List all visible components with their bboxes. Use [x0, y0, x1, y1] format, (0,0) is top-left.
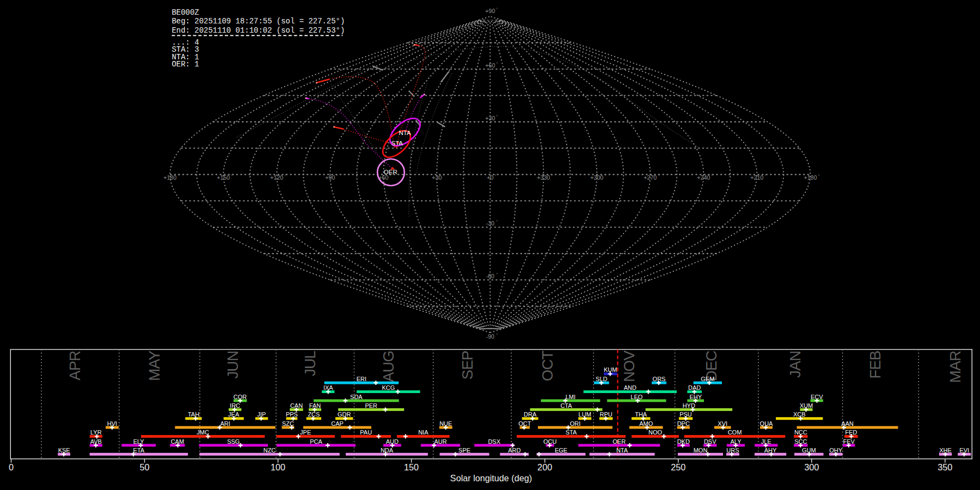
svg-text:°: ° [336, 174, 338, 178]
svg-text:MON: MON [694, 447, 708, 454]
svg-text:LYR: LYR [90, 429, 102, 436]
svg-text:Beg: 20251109 18:27:55 (sol =: Beg: 20251109 18:27:55 (sol = 227.25°) [172, 17, 345, 26]
svg-text:EGE: EGE [555, 447, 567, 454]
svg-text:BE000Z: BE000Z [172, 8, 199, 17]
svg-text:DRA: DRA [524, 411, 537, 418]
svg-text:+180: +180 [804, 174, 817, 181]
svg-text:+30: +30 [432, 174, 442, 181]
svg-text:°: ° [231, 174, 232, 178]
svg-text:JMC: JMC [197, 429, 209, 436]
svg-text:+30: +30 [485, 115, 495, 121]
svg-text:150: 150 [404, 462, 419, 472]
svg-text:50: 50 [139, 462, 149, 472]
svg-text:+90: +90 [325, 174, 335, 181]
svg-text:-90: -90 [486, 333, 494, 340]
svg-text:PCA: PCA [310, 438, 322, 445]
svg-text:JPE: JPE [300, 429, 311, 436]
svg-text:-30: -30 [486, 220, 494, 226]
svg-text:°: ° [605, 174, 607, 178]
svg-text:+240: +240 [697, 174, 710, 181]
svg-text:GDR: GDR [338, 411, 351, 418]
svg-text:ORI: ORI [570, 420, 581, 427]
svg-text:NOV: NOV [621, 350, 638, 382]
svg-text:XCB: XCB [793, 411, 806, 418]
svg-text:+120: +120 [270, 174, 283, 181]
svg-text:CTA: CTA [560, 402, 572, 409]
svg-text:+60: +60 [485, 62, 495, 69]
svg-text:AHY: AHY [764, 447, 777, 454]
svg-text:+270: +270 [644, 174, 657, 181]
svg-text:NDA: NDA [381, 447, 394, 454]
svg-text:+330: +330 [537, 174, 550, 181]
svg-text:AMO: AMO [639, 420, 653, 427]
svg-text:JAN: JAN [787, 351, 804, 378]
svg-text:+0: +0 [487, 174, 493, 181]
svg-text:DSV: DSV [704, 438, 716, 445]
svg-text:End: 20251110 01:10:02 (sol =: End: 20251110 01:10:02 (sol = 227.53°) [172, 26, 345, 35]
svg-text:SEP: SEP [459, 351, 476, 380]
svg-text:DSX: DSX [488, 438, 500, 445]
svg-text:+150: +150 [217, 174, 230, 181]
svg-text:PPS: PPS [286, 411, 298, 418]
svg-text:0: 0 [9, 462, 14, 472]
svg-text:NZC: NZC [264, 447, 276, 454]
svg-text:°: ° [443, 174, 445, 178]
svg-text:ELY: ELY [133, 438, 145, 445]
svg-text:STA: STA [391, 140, 403, 146]
svg-text:OER: OER [612, 438, 626, 445]
svg-text:NTA: NTA [399, 130, 411, 136]
svg-text:200: 200 [537, 462, 552, 472]
svg-text:OER: 1: OER: 1 [172, 60, 199, 69]
svg-text:GEM: GEM [701, 376, 714, 382]
svg-text:+210: +210 [750, 174, 763, 181]
svg-text:°: ° [496, 273, 498, 277]
svg-text:+180: +180 [163, 174, 176, 181]
svg-text:°: ° [497, 8, 498, 11]
svg-text:JUL: JUL [302, 351, 318, 376]
svg-text:JUN: JUN [224, 351, 241, 379]
svg-text:ARD: ARD [508, 447, 520, 454]
svg-text:LMI: LMI [566, 394, 575, 400]
svg-text:ZCS: ZCS [308, 411, 320, 418]
svg-text:+90: +90 [485, 8, 495, 14]
svg-text:PER: PER [365, 402, 377, 409]
svg-text:100: 100 [271, 462, 285, 472]
svg-text:°: ° [658, 174, 660, 178]
svg-text:STA: STA [566, 429, 577, 436]
svg-text:°: ° [495, 174, 497, 178]
svg-text:NOO: NOO [648, 429, 663, 436]
svg-text:DPC: DPC [677, 420, 690, 427]
svg-text:SPE: SPE [458, 447, 470, 454]
svg-text:URS: URS [726, 447, 739, 454]
svg-text:°: ° [552, 174, 553, 178]
svg-text:+300: +300 [590, 174, 603, 181]
svg-text:°: ° [765, 174, 767, 178]
svg-text:SDA: SDA [350, 394, 363, 400]
svg-text:COM: COM [728, 429, 742, 436]
svg-text:ETA: ETA [133, 447, 145, 454]
svg-text:SSG: SSG [227, 438, 240, 445]
svg-text:AAN: AAN [841, 420, 854, 427]
svg-text:QUA: QUA [760, 420, 774, 427]
svg-text:°: ° [497, 62, 498, 66]
svg-text:°: ° [284, 174, 286, 178]
svg-text:300: 300 [804, 462, 819, 472]
svg-text:AUG: AUG [380, 351, 397, 382]
svg-text:AND: AND [624, 384, 636, 391]
svg-text:Solar longitude (deg): Solar longitude (deg) [450, 473, 532, 483]
svg-text:PAU: PAU [360, 429, 372, 436]
svg-text:NIA: NIA [418, 429, 428, 436]
svg-text:AUR: AUR [434, 438, 446, 445]
svg-text:FEB: FEB [867, 351, 884, 379]
svg-text:350: 350 [938, 462, 952, 472]
svg-text:OCT: OCT [518, 420, 531, 427]
svg-text:-60: -60 [486, 273, 494, 279]
svg-text:250: 250 [671, 462, 685, 472]
svg-text:KCG: KCG [382, 384, 395, 391]
svg-text:°: ° [818, 174, 820, 178]
svg-text:MAR: MAR [947, 351, 964, 383]
svg-text:THA: THA [635, 411, 647, 418]
svg-text:°: ° [497, 115, 498, 119]
svg-text:°: ° [177, 174, 179, 178]
svg-text:OCT: OCT [539, 351, 556, 382]
